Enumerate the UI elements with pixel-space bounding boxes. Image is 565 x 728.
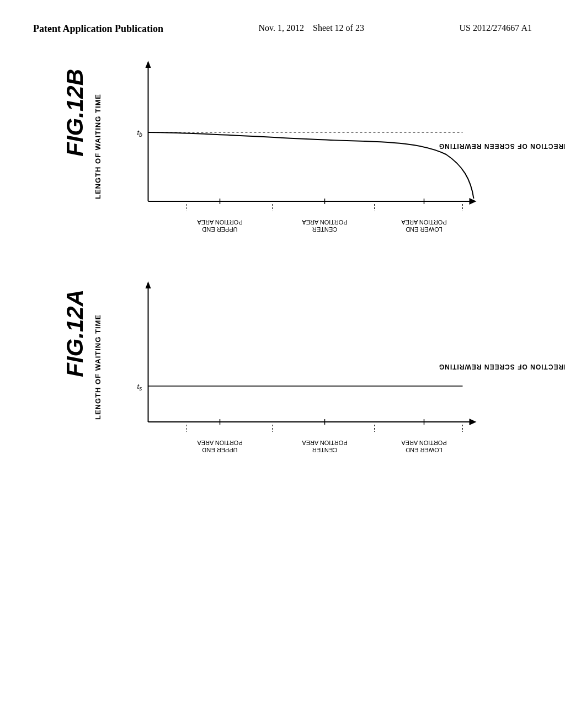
fig-12a-y-axis-label: LENGTH OF WAITING TIME [94, 314, 102, 420]
page-header: Patent Application Publication Nov. 1, 2… [0, 0, 565, 47]
fig-12a-label: FIG.12A [62, 290, 88, 377]
fig-12b-label: FIG.12B [62, 69, 88, 157]
publication-date: Nov. 1, 2012 [259, 23, 305, 33]
fig-12a-chart: ts [110, 279, 495, 455]
fig-12b-x-axis-label: DIRECTION OF SCREEN REWRITING [439, 142, 565, 150]
svg-marker-3 [470, 198, 477, 205]
fig-12a-chart-wrapper: LENGTH OF WAITING TIME [94, 279, 509, 455]
svg-text:CENTER: CENTER [312, 447, 337, 453]
svg-marker-1 [146, 61, 151, 68]
svg-text:ts: ts [137, 382, 142, 392]
svg-text:CENTER: CENTER [312, 226, 337, 233]
fig-12b-chart-wrapper: LENGTH OF WAITING TIME [94, 58, 509, 234]
main-content: FIG.12B LENGTH OF WAITING TIME [0, 47, 565, 466]
svg-text:LOWER END: LOWER END [406, 447, 443, 453]
svg-text:PORTION AREA: PORTION AREA [302, 219, 348, 226]
publication-title: Patent Application Publication [33, 22, 163, 36]
figure-12b: FIG.12B LENGTH OF WAITING TIME [56, 58, 509, 234]
svg-text:tb: tb [137, 129, 143, 138]
svg-text:PORTION AREA: PORTION AREA [302, 440, 348, 446]
fig-12a-x-axis-label: DIRECTION OF SCREEN REWRITING [439, 363, 565, 371]
patent-number: US 2012/274667 A1 [459, 22, 532, 34]
header-center: Nov. 1, 2012 Sheet 12 of 23 [259, 22, 364, 34]
svg-text:PORTION AREA: PORTION AREA [401, 440, 447, 446]
svg-text:PORTION AREA: PORTION AREA [401, 219, 447, 226]
svg-text:LOWER END: LOWER END [406, 226, 443, 233]
svg-text:PORTION AREA: PORTION AREA [197, 219, 243, 226]
figure-12a: FIG.12A LENGTH OF WAITING TIME [56, 279, 509, 455]
sheet-info: Sheet 12 of 23 [313, 23, 364, 33]
svg-marker-20 [146, 281, 151, 288]
svg-text:PORTION AREA: PORTION AREA [197, 440, 243, 446]
fig-12b-chart: tb [110, 58, 495, 234]
fig-12b-y-axis-label: LENGTH OF WAITING TIME [94, 94, 102, 199]
svg-text:UPPER END: UPPER END [202, 226, 237, 233]
svg-marker-22 [470, 419, 477, 425]
svg-text:UPPER END: UPPER END [202, 447, 237, 453]
